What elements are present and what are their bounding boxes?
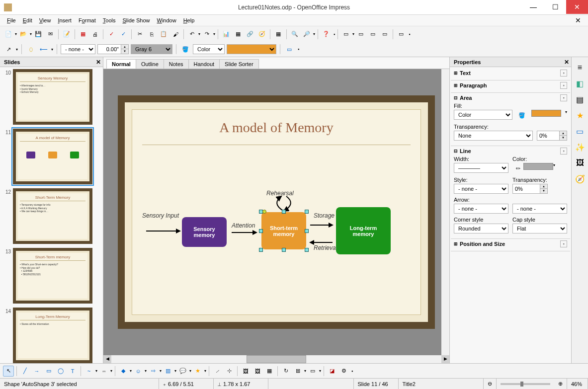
- menu-file[interactable]: File: [4, 16, 19, 24]
- autospell-button[interactable]: ✓: [118, 29, 129, 40]
- tr-up[interactable]: ▲: [560, 131, 567, 136]
- nav-deck-icon[interactable]: 🧭: [575, 174, 586, 185]
- gallery-tool[interactable]: ▦: [264, 366, 275, 377]
- more-pos[interactable]: ▫: [560, 240, 567, 247]
- block-arrows-tool[interactable]: ⇨: [148, 366, 159, 377]
- minimize-button[interactable]: —: [522, 0, 544, 14]
- more-area[interactable]: ▫: [560, 94, 567, 101]
- line-highlight-button[interactable]: ⬯: [25, 44, 36, 55]
- fill-color-select[interactable]: [227, 44, 276, 54]
- slide-thumb[interactable]: 13 Short-Term memory• What's your Short-…: [2, 248, 101, 304]
- fill-picker-icon[interactable]: 🪣: [516, 110, 527, 121]
- props-deck-icon[interactable]: ◧: [575, 79, 586, 90]
- slide-dropdown[interactable]: ▾: [352, 32, 354, 36]
- paste-button[interactable]: 📋: [158, 29, 169, 40]
- export-pdf-button[interactable]: ▦: [78, 29, 88, 40]
- presentation-button[interactable]: ▭: [396, 29, 407, 40]
- menu-view[interactable]: View: [36, 16, 54, 24]
- prop-close-button[interactable]: ✕: [564, 59, 569, 66]
- scroll-thumb[interactable]: [247, 355, 306, 363]
- new-dropdown[interactable]: ▾: [15, 32, 17, 36]
- line-width-select[interactable]: ————: [454, 163, 508, 173]
- chart-button[interactable]: 📊: [221, 29, 232, 40]
- slide-button[interactable]: ▭: [340, 29, 351, 40]
- arrow-style-button[interactable]: ↗: [3, 44, 14, 55]
- scroll-right-button[interactable]: ▶: [441, 355, 449, 363]
- arrow-end-select[interactable]: - none -: [512, 204, 567, 214]
- cap-style-select[interactable]: Flat: [512, 224, 567, 233]
- area-style-button[interactable]: 🪣: [180, 44, 191, 55]
- line-color-swatch[interactable]: [523, 163, 553, 170]
- tb2-overflow[interactable]: ▪: [298, 47, 299, 52]
- fill-color-swatch[interactable]: [531, 110, 561, 117]
- points-tool[interactable]: ⟋: [212, 366, 223, 377]
- line-style-select2[interactable]: - none -: [454, 184, 508, 194]
- fill-type-select[interactable]: Color: [193, 44, 225, 54]
- draw-overflow[interactable]: ▪: [351, 369, 353, 374]
- line-width-input[interactable]: [97, 44, 121, 54]
- label-attention[interactable]: Attention: [232, 222, 255, 229]
- resize-handle[interactable]: [305, 248, 309, 252]
- menu-format[interactable]: Format: [76, 16, 99, 24]
- slide-thumb[interactable]: 14 Long-Term Memory• Stores all the info…: [2, 308, 101, 363]
- line-tool[interactable]: ╱: [19, 366, 30, 377]
- star-deck-icon[interactable]: ★: [575, 111, 586, 122]
- fill-color-dd[interactable]: ▾: [565, 110, 567, 121]
- arrow-shape[interactable]: [232, 232, 256, 233]
- shadow-button[interactable]: ▭: [284, 44, 295, 55]
- tb-overflow2[interactable]: ▪: [409, 32, 410, 37]
- menu-edit[interactable]: Edit: [20, 16, 35, 24]
- curve-tool[interactable]: ~: [84, 366, 94, 377]
- resize-handle[interactable]: [305, 229, 309, 233]
- zoom-out-button[interactable]: ⊖: [484, 379, 497, 389]
- help-button[interactable]: ❓: [321, 29, 332, 40]
- more-line[interactable]: ▫: [560, 148, 567, 155]
- arrow-start-select[interactable]: - none -: [454, 204, 508, 214]
- rotate-tool[interactable]: ↻: [280, 366, 291, 377]
- slide-layout-button[interactable]: ▭: [367, 29, 378, 40]
- gluepoints-tool[interactable]: ⊹: [224, 366, 235, 377]
- grid-button[interactable]: ▦: [273, 29, 284, 40]
- tr-down[interactable]: ▼: [560, 136, 567, 140]
- arrow-tool[interactable]: →: [31, 366, 42, 377]
- spellcheck-button[interactable]: ✓: [106, 29, 117, 40]
- lw-up[interactable]: ▲: [121, 45, 128, 49]
- slide-thumb[interactable]: 10 Sensory Memory• Afterimages tend to…•…: [2, 69, 101, 125]
- line-color-icon[interactable]: ✏: [512, 163, 523, 174]
- box-shortterm-selected[interactable]: Short-term memory: [261, 212, 306, 249]
- lt-up[interactable]: ▲: [540, 184, 547, 189]
- from-file-tool[interactable]: 🖼: [252, 366, 263, 377]
- v-scrollbar[interactable]: [441, 69, 449, 355]
- label-sensory-input[interactable]: Sensory Input: [142, 212, 179, 219]
- slide-title[interactable]: A model of Memory: [142, 120, 411, 145]
- search-dropdown[interactable]: ▾: [313, 32, 315, 36]
- tab-handout[interactable]: Handout: [188, 59, 220, 69]
- slide-design-button[interactable]: ▭: [355, 29, 366, 40]
- email-button[interactable]: ✉: [45, 29, 56, 40]
- extrusion-tool[interactable]: ◪: [327, 366, 337, 377]
- status-master[interactable]: Title2: [399, 379, 484, 389]
- menu-window[interactable]: Window: [154, 16, 179, 24]
- menu-insert[interactable]: Insert: [55, 16, 75, 24]
- tab-sorter[interactable]: Slide Sorter: [219, 59, 258, 69]
- box-sensory[interactable]: Sensory memory: [182, 217, 227, 247]
- corner-style-select[interactable]: Rounded: [454, 224, 508, 233]
- callouts-tool[interactable]: 💬: [177, 366, 188, 377]
- table-button[interactable]: ▦: [233, 29, 244, 40]
- arrow-style-dropdown[interactable]: ▾: [16, 47, 18, 52]
- slide-thumb[interactable]: 11 A model of Memory: [2, 129, 101, 184]
- adjust-handle[interactable]: [262, 210, 266, 214]
- arrow-shape[interactable]: [146, 231, 180, 232]
- h-scrollbar[interactable]: ◀ ▶: [103, 355, 449, 363]
- search-button[interactable]: 🔎: [301, 29, 312, 40]
- symbol-shapes-tool[interactable]: ☺: [133, 366, 144, 377]
- undo-button[interactable]: ↶: [186, 29, 197, 40]
- flowchart-tool[interactable]: ▥: [163, 366, 173, 377]
- select-tool[interactable]: ↖: [3, 366, 14, 377]
- tab-outline[interactable]: Outline: [136, 59, 164, 69]
- redo-dropdown[interactable]: ▾: [213, 32, 215, 36]
- zoom-slider[interactable]: [501, 383, 550, 385]
- rect-tool[interactable]: ▭: [43, 366, 54, 377]
- transparency-input[interactable]: [537, 131, 560, 141]
- status-insert-mode[interactable]: [268, 379, 354, 389]
